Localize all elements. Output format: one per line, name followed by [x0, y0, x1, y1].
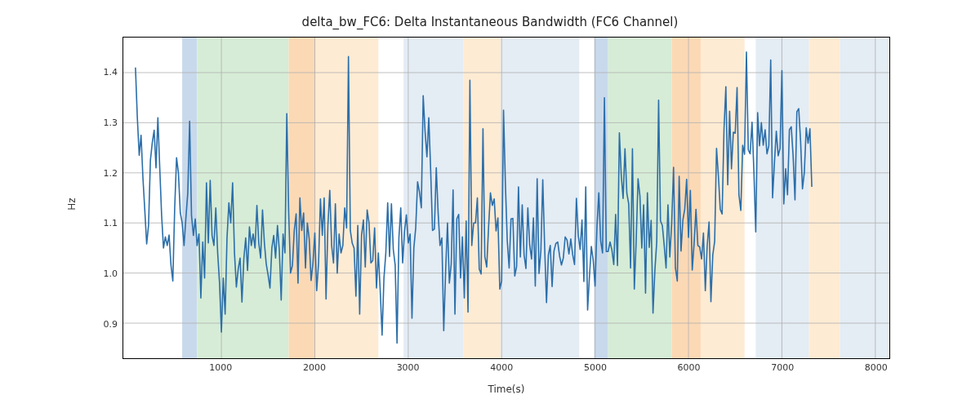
background-band [840, 38, 889, 358]
x-tick-label: 6000 [678, 362, 701, 373]
y-tick-label: 1.2 [77, 167, 118, 178]
y-tick-label: 1.0 [77, 268, 118, 279]
background-band [501, 38, 579, 358]
y-tick-label: 1.1 [77, 218, 118, 228]
background-band [182, 38, 197, 358]
x-axis-label: Time(s) [122, 384, 890, 395]
background-band [671, 38, 700, 358]
y-tick-label: 1.3 [77, 117, 118, 127]
x-tick-label: 3000 [397, 362, 420, 373]
x-tick-label: 5000 [584, 362, 607, 373]
x-tick-label: 4000 [490, 362, 513, 373]
background-band [288, 38, 315, 358]
y-axis-label: Hz [66, 197, 78, 210]
chart-title: delta_bw_FC6: Delta Instantaneous Bandwi… [0, 15, 980, 29]
background-band [809, 38, 840, 358]
x-tick-label: 2000 [303, 362, 326, 373]
plot-svg [123, 38, 889, 358]
y-tick-label: 0.9 [77, 318, 118, 329]
chart-figure: delta_bw_FC6: Delta Instantaneous Bandwi… [0, 0, 980, 408]
x-tick-label: 7000 [771, 362, 794, 373]
x-tick-label: 8000 [865, 362, 888, 373]
plot-area [122, 37, 890, 359]
y-tick-label: 1.4 [77, 67, 118, 78]
x-tick-label: 1000 [209, 362, 232, 373]
